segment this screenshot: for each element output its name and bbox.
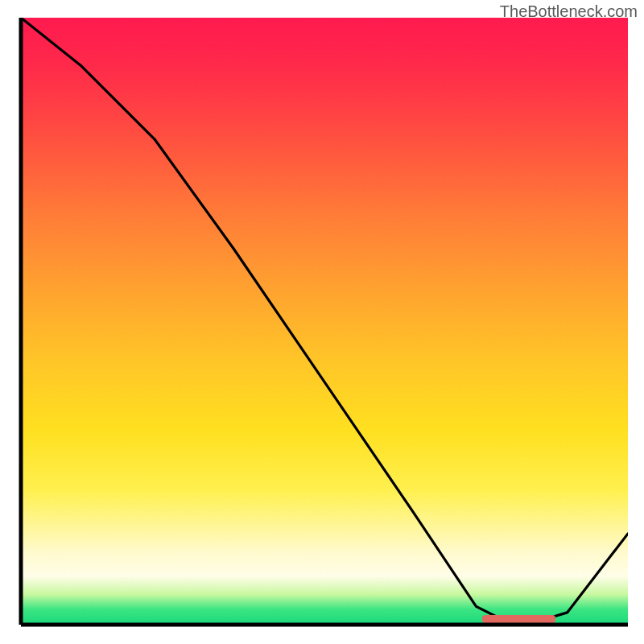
optimal-range-marker xyxy=(482,615,555,623)
chart-container xyxy=(18,18,628,628)
chart-gradient-background xyxy=(21,18,628,625)
